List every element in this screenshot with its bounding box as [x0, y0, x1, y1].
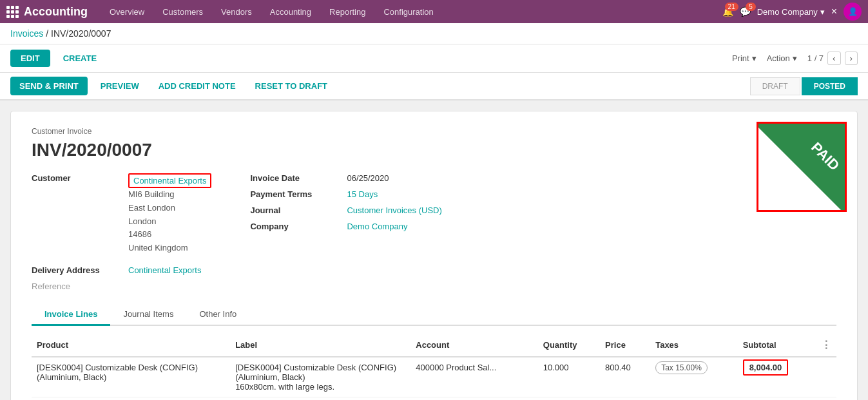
close-icon[interactable]: × — [831, 6, 837, 17]
col-product: Product — [32, 334, 230, 357]
delivery-label: Delivery Address — [32, 265, 115, 275]
chevron-down-icon: ▾ — [793, 53, 797, 63]
notifications-count: 21 — [725, 3, 738, 11]
cell-price: 800.40 — [600, 357, 650, 397]
nav-customers[interactable]: Customers — [153, 0, 212, 23]
company-value[interactable]: Demo Company — [347, 222, 407, 231]
journal-value[interactable]: Customer Invoices (USD) — [347, 205, 441, 215]
main-content: PAID Customer Invoice INV/2020/0007 Cust… — [0, 100, 868, 400]
journal-row: Journal Customer Invoices (USD) — [250, 205, 443, 215]
status-bar: DRAFT POSTED — [750, 77, 858, 95]
company-label: Company — [250, 222, 334, 231]
invoice-card: PAID Customer Invoice INV/2020/0007 Cust… — [10, 111, 858, 400]
address-line5: United Kingdom — [128, 242, 211, 255]
action-bar: SEND & PRINT PREVIEW ADD CREDIT NOTE RES… — [0, 73, 868, 100]
tax-badge[interactable]: Tax 15.00% — [655, 361, 708, 374]
company-switcher[interactable]: Demo Company ▾ — [757, 7, 825, 17]
cell-label: [DESK0004] Customizable Desk (CONFIG) (A… — [230, 357, 410, 397]
cell-row-action — [816, 357, 836, 397]
pager-prev[interactable]: ‹ — [827, 52, 840, 65]
subtotal-value: 8,004.00 — [743, 359, 789, 376]
reference-label: Reference — [32, 281, 70, 291]
nav-accounting[interactable]: Accounting — [261, 0, 320, 23]
nav-vendors[interactable]: Vendors — [212, 0, 261, 23]
chevron-down-icon: ▾ — [752, 53, 757, 63]
toolbar: EDIT CREATE Print ▾ Action ▾ 1 / 7 ‹ › — [0, 44, 868, 73]
tabs-bar: Invoice Lines Journal Items Other Info — [32, 304, 836, 326]
cell-product[interactable]: [DESK0004] Customizable Desk (CONFIG) (A… — [32, 357, 230, 397]
pager-next[interactable]: › — [845, 52, 858, 65]
send-print-button[interactable]: SEND & PRINT — [10, 77, 88, 95]
preview-button[interactable]: PREVIEW — [94, 77, 146, 95]
action-dropdown[interactable]: Action ▾ — [767, 53, 797, 63]
customer-block: Customer Continental Exports MI6 Buildin… — [32, 173, 211, 291]
address-line2: East London — [128, 202, 211, 215]
payment-terms-value[interactable]: 15 Days — [347, 189, 378, 199]
delivery-row: Delivery Address Continental Exports — [32, 265, 211, 275]
reference-block: Reference — [32, 281, 211, 291]
col-label: Label — [230, 334, 410, 357]
customer-label: Customer — [32, 173, 115, 183]
status-posted[interactable]: POSTED — [802, 77, 858, 95]
delivery-value[interactable]: Continental Exports — [128, 265, 201, 275]
company-row: Company Demo Company — [250, 222, 443, 231]
breadcrumb: Invoices / INV/2020/0007 — [0, 23, 868, 44]
reset-to-draft-button[interactable]: RESET TO DRAFT — [249, 77, 334, 95]
status-draft[interactable]: DRAFT — [750, 77, 800, 95]
col-subtotal: Subtotal — [738, 334, 816, 357]
col-account: Account — [410, 334, 538, 357]
breadcrumb-current: INV/2020/0007 — [51, 28, 111, 39]
payment-terms-label: Payment Terms — [250, 189, 334, 199]
customer-name[interactable]: Continental Exports — [128, 173, 211, 188]
add-credit-note-button[interactable]: ADD CREDIT NOTE — [152, 77, 242, 95]
create-button[interactable]: CREATE — [57, 50, 103, 67]
pager-text: 1 / 7 — [807, 53, 824, 63]
edit-button[interactable]: EDIT — [10, 50, 50, 67]
table-row: [DESK0004] Customizable Desk (CONFIG) (A… — [32, 357, 836, 397]
messages-bubble[interactable]: 💬 5 — [740, 6, 751, 17]
col-menu-icon[interactable]: ⋮ — [821, 339, 831, 350]
brand: Accounting — [6, 5, 88, 19]
navbar: Accounting Overview Customers Vendors Ac… — [0, 0, 868, 23]
payment-terms-row: Payment Terms 15 Days — [250, 189, 443, 199]
journal-label: Journal — [250, 205, 334, 215]
nav-right: 🔔 21 💬 5 Demo Company ▾ × 👤 — [722, 3, 862, 21]
nav-configuration[interactable]: Configuration — [374, 0, 442, 23]
paid-stamp: PAID — [757, 122, 847, 212]
avatar[interactable]: 👤 — [844, 3, 862, 21]
address-line4: 14686 — [128, 228, 211, 242]
tab-other-info[interactable]: Other Info — [186, 304, 249, 326]
breadcrumb-parent[interactable]: Invoices — [10, 28, 43, 39]
print-dropdown[interactable]: Print ▾ — [732, 53, 757, 63]
col-taxes: Taxes — [650, 334, 737, 357]
invoice-table: Product Label Account Quantity Price Tax… — [32, 334, 836, 397]
invoice-meta: Invoice Date 06/25/2020 Payment Terms 15… — [250, 173, 443, 291]
invoice-date-row: Invoice Date 06/25/2020 — [250, 173, 443, 183]
col-price: Price — [600, 334, 650, 357]
cell-account[interactable]: 400000 Product Sal... — [410, 357, 538, 397]
cell-quantity: 10.000 — [538, 357, 600, 397]
invoice-type: Customer Invoice — [32, 127, 836, 136]
messages-count: 5 — [746, 3, 756, 11]
cell-subtotal: 8,004.00 — [738, 357, 816, 397]
customer-row: Customer Continental Exports MI6 Buildin… — [32, 173, 211, 255]
col-quantity: Quantity — [538, 334, 600, 357]
pager: 1 / 7 ‹ › — [807, 52, 858, 65]
nav-reporting[interactable]: Reporting — [320, 0, 374, 23]
grid-icon[interactable] — [6, 6, 19, 18]
brand-label: Accounting — [24, 5, 88, 19]
breadcrumb-separator: / — [46, 28, 51, 39]
company-name: Demo Company — [757, 7, 818, 17]
invoice-date-label: Invoice Date — [250, 173, 334, 183]
tab-journal-items[interactable]: Journal Items — [110, 304, 186, 326]
notifications-bell[interactable]: 🔔 21 — [722, 6, 733, 17]
customer-value-block: Continental Exports MI6 Building East Lo… — [128, 173, 211, 255]
invoice-date-value: 06/25/2020 — [347, 173, 389, 183]
address-line3: London — [128, 215, 211, 229]
invoice-details: Customer Continental Exports MI6 Buildin… — [32, 173, 836, 291]
chevron-down-icon: ▾ — [820, 7, 825, 17]
nav-overview[interactable]: Overview — [101, 0, 153, 23]
tab-invoice-lines[interactable]: Invoice Lines — [32, 304, 110, 326]
toolbar-right: Print ▾ Action ▾ 1 / 7 ‹ › — [732, 52, 858, 65]
invoice-number: INV/2020/0007 — [32, 140, 836, 160]
